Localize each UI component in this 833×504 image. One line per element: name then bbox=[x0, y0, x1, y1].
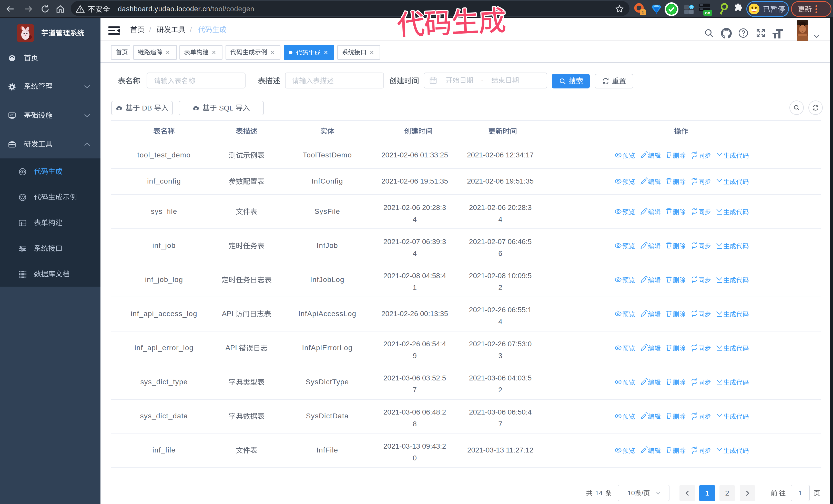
svg-text:1: 1 bbox=[642, 10, 644, 15]
svg-text:on: on bbox=[705, 10, 711, 16]
